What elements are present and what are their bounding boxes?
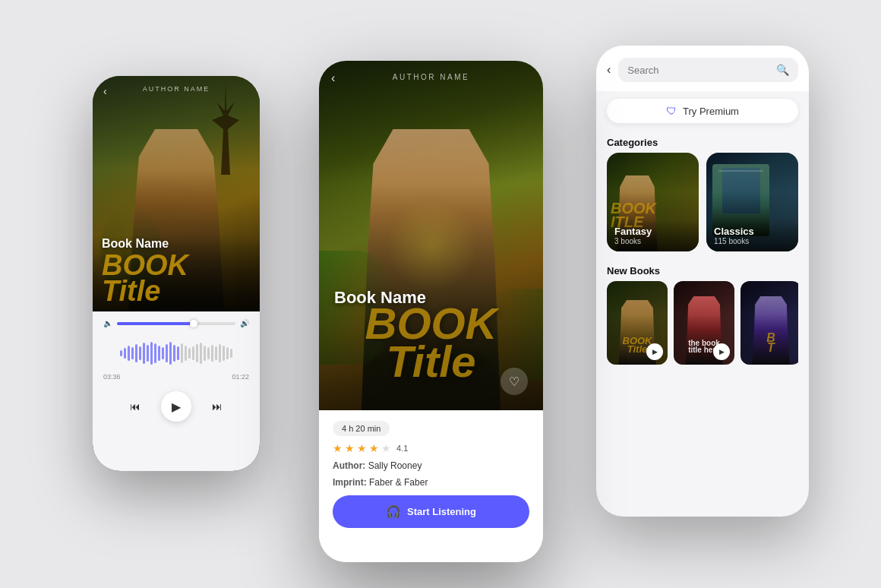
wave-bar-18 [188,348,191,359]
author-label: Author: [333,460,365,471]
wave-bar-17 [185,346,187,361]
star-2: ★ [345,442,355,454]
wave-bar-22 [204,346,206,361]
new-books-section: BOOKTitle ▶ the booktitle here ▶ BT [596,281,809,365]
new-book-card-2[interactable]: the booktitle here ▶ [674,281,734,365]
new-books-section-label: New Books [596,259,809,281]
search-icon[interactable]: 🔍 [776,64,789,76]
cat-classics-name: Classics [714,226,791,237]
prev-button[interactable]: ⏮ [123,394,147,419]
wave-bar-19 [192,346,194,360]
wave-bar-21 [200,343,202,364]
detail-imprint-row: Imprint: Faber & Faber [333,477,529,488]
detail-back-button[interactable]: ‹ [331,71,335,85]
wave-bar-0 [120,350,122,356]
wave-bar-10 [158,346,160,361]
phone-detail: AUTHOR NAME ‹ Book Name BOOKTitle ♡ 4 h … [319,61,543,562]
player-controls-area: 🔈 🔊 03:36 01:22 ⏮ ▶ ⏭ [93,311,260,471]
wave-bar-12 [166,344,168,362]
volume-low-icon[interactable]: 🔈 [103,319,112,327]
wave-bar-3 [131,347,134,359]
categories-grid: BOOKITLE Fantasy 3 books Classics 115 bo… [596,153,809,251]
detail-bottom: 4 h 20 min ★ ★ ★ ★ ★ 4.1 Author: Sally R… [319,410,543,562]
search-back-button[interactable]: ‹ [607,63,611,77]
new-book-card-1[interactable]: BOOKTitle ▶ [607,281,668,365]
wave-bar-15 [177,346,179,360]
nb1-play-button[interactable]: ▶ [646,343,663,360]
wave-bar-27 [223,346,225,361]
wave-bar-1 [124,348,126,359]
new-book-card-3[interactable]: BT [740,281,798,365]
progress-bar[interactable] [117,322,235,325]
star-4: ★ [369,442,379,454]
player-author-text: AUTHOR NAME [93,85,260,93]
premium-label: Try Premium [683,106,739,117]
search-input[interactable] [627,65,770,76]
search-header: ‹ 🔍 [596,46,809,91]
wave-bar-16 [181,343,183,363]
wave-bar-29 [230,349,232,358]
search-input-wrap[interactable]: 🔍 [618,58,798,82]
volume-high-icon[interactable]: 🔊 [240,319,249,327]
category-card-classics[interactable]: Classics 115 books [706,153,798,251]
detail-author-row: Author: Sally Rooney [333,460,529,471]
cat-classics-overlay: Classics 115 books [706,220,798,251]
premium-button[interactable]: 🛡 Try Premium [607,99,798,123]
imprint-value: Faber & Faber [369,477,428,488]
wave-bar-20 [196,344,198,362]
star-5: ★ [381,442,391,454]
wave-bar-5 [139,346,141,360]
headphone-icon: 🎧 [386,504,401,519]
main-scene: AUTHOR NAME ‹ Book Name BOOKTitle 🔈 🔊 03… [0,0,881,588]
stars-rating-row: ★ ★ ★ ★ ★ 4.1 [333,442,529,454]
time-total: 01:22 [232,373,249,381]
player-book-title-art: BOOKTitle [102,252,251,304]
wave-bar-25 [215,346,217,360]
next-button[interactable]: ⏭ [205,394,229,419]
player-overlay: Book Name BOOKTitle [93,236,260,311]
playback-controls: ⏮ ▶ ⏭ [103,391,249,422]
wave-bar-9 [154,343,156,363]
time-elapsed: 03:36 [103,373,121,381]
cat-fantasy-name: Fantasy [614,226,691,237]
wave-bar-14 [173,345,175,362]
play-button[interactable]: ▶ [161,391,191,422]
new-books-row: BOOKTitle ▶ the booktitle here ▶ BT [607,281,798,365]
nb3-title-art: BT [742,333,798,353]
premium-shield-icon: 🛡 [666,105,677,117]
author-value: Sally Rooney [368,460,422,471]
categories-section-label: Categories [596,131,809,153]
time-row: 03:36 01:22 [103,373,249,381]
wave-bar-26 [219,344,221,362]
duration-badge: 4 h 20 min [333,421,390,436]
progress-thumb [190,320,197,327]
category-card-fantasy[interactable]: BOOKITLE Fantasy 3 books [607,153,699,251]
wave-bar-24 [211,345,213,362]
wave-bar-2 [128,346,130,361]
star-1: ★ [333,442,343,454]
favorite-button[interactable]: ♡ [500,368,528,395]
detail-cover: AUTHOR NAME ‹ Book Name BOOKTitle ♡ [319,61,543,410]
detail-author-text: AUTHOR NAME [319,73,543,81]
phone-search: ‹ 🔍 🛡 Try Premium Categories BOOKITLE Fa… [596,46,809,517]
wave-bar-7 [147,345,149,362]
phone-player: AUTHOR NAME ‹ Book Name BOOKTitle 🔈 🔊 03… [93,76,260,471]
wave-bar-13 [169,342,172,365]
rating-number: 4.1 [396,444,408,453]
wave-bar-4 [135,344,137,362]
wave-bar-28 [226,347,229,359]
waveform [103,338,249,368]
imprint-label: Imprint: [333,477,367,488]
cat-fantasy-overlay: Fantasy 3 books [607,220,699,251]
detail-meta-row: 4 h 20 min [333,421,529,436]
player-book-name: Book Name [102,237,251,251]
star-3: ★ [357,442,367,454]
player-back-button[interactable]: ‹ [103,85,107,97]
nb2-play-button[interactable]: ▶ [713,343,730,360]
player-progress-row: 🔈 🔊 [103,319,249,327]
wave-bar-11 [162,347,164,359]
cat-fantasy-count: 3 books [614,237,691,245]
cat-classics-count: 115 books [714,237,791,245]
wave-bar-8 [150,342,153,365]
start-listening-button[interactable]: 🎧 Start Listening [333,495,529,528]
